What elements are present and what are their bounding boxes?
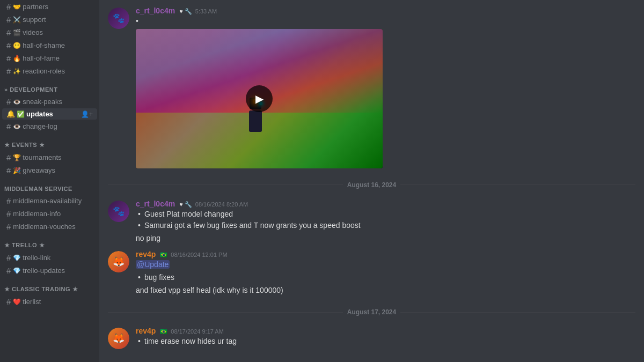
bullet-1a: Guest Plat model changed (136, 209, 635, 220)
message-group-1: 🐾 c_rt_l0c4m ♥ 🔧 08/16/2024 8:20 AM Gues… (99, 197, 644, 246)
user-add-icon: 👤+ (81, 110, 93, 118)
avatar: 🐾 (108, 8, 129, 29)
date-text-aug17: August 17, 2024 (347, 308, 396, 316)
date-text-aug16: August 16, 2024 (347, 181, 396, 189)
channel-reaction-roles[interactable]: # ✨ reaction-roles (2, 65, 97, 77)
channel-middleman-availability[interactable]: # middleman-availability (2, 195, 97, 207)
video-username: c_rt_l0c4m (136, 6, 175, 15)
date-separator-aug17: August 17, 2024 (99, 300, 644, 324)
avatar-img-3: 🦊 (108, 328, 129, 349)
bullet-2a: bug fixes (136, 272, 635, 283)
username-2: rev4p (136, 250, 156, 258)
message-time-1: 08/16/2024 8:20 AM (195, 201, 248, 208)
message-text-2: @Update bug fixes and fixed vpp self hea… (136, 260, 635, 295)
channel-tournaments[interactable]: # 🏆 tournaments (2, 151, 97, 164)
channel-change-log[interactable]: # 👁️ change-log (2, 120, 97, 132)
username-3: rev4p (136, 327, 156, 335)
char-body (249, 110, 262, 132)
hash-icon: # (6, 166, 11, 175)
channel-videos[interactable]: # 🎬 videos (2, 26, 97, 39)
section-middleman: MIDDLEMAN SERVICE (0, 177, 99, 194)
date-separator-aug16: August 16, 2024 (99, 173, 644, 197)
user-badges-1: ♥ 🔧 (179, 201, 192, 208)
username-1: c_rt_l0c4m (136, 200, 175, 208)
channel-updates[interactable]: 🔔 ✅ updates 👤+ (2, 108, 97, 120)
hash-icon: # (6, 122, 11, 131)
date-separator-aug22: August 22, 2024 (99, 353, 644, 362)
no-ping-text: no ping (136, 233, 635, 244)
speaker-icon: 🔔 (6, 110, 15, 118)
play-button[interactable]: ▶ (246, 85, 273, 112)
user-badges-2: 🇧🇷 (160, 252, 167, 258)
user-badges-3: 🇧🇷 (160, 328, 167, 335)
channel-group-middleman: # middleman-availability # middleman-inf… (0, 195, 99, 233)
video-message-content: c_rt_l0c4m ♥ 🔧 5:33 AM • (136, 6, 635, 168)
separator-line (400, 312, 635, 313)
channel-tierlist[interactable]: # ❤️ tierlist (2, 295, 97, 308)
channel-partners[interactable]: # 🤝 partners (2, 1, 97, 13)
channel-middleman-vouches[interactable]: # middleman-vouches (2, 220, 97, 233)
hash-icon: # (6, 297, 11, 306)
messages-area[interactable]: 🐾 c_rt_l0c4m ♥ 🔧 5:33 AM • (99, 0, 644, 362)
channel-support[interactable]: # ⚔️ support (2, 13, 97, 26)
video-user-badges: ♥ 🔧 (179, 8, 192, 15)
message-time-3: 08/17/2024 9:17 AM (171, 328, 223, 335)
section-classic-trading: ★ CLASSIC TRADING ★ (0, 277, 99, 295)
channel-sneak-peaks[interactable]: # 👁️ sneak-peaks (2, 95, 97, 108)
message-text-1: Guest Plat model changed Samurai got a f… (136, 209, 635, 244)
section-events: ★ EVENTS ★ (0, 133, 99, 151)
bullet-3a: time erase now hides ur tag (136, 336, 635, 347)
video-message-text: • (136, 16, 635, 27)
channel-group-trello: # 💎 trello-link # 💎 trello-updates (0, 252, 99, 277)
channel-group-classic-trading: # ❤️ tierlist (0, 295, 99, 308)
separator-line (400, 184, 635, 185)
hash-icon: # (6, 222, 11, 231)
channel-hall-of-shame[interactable]: # 😶 hall-of-shame (2, 39, 97, 51)
hash-icon: # (6, 253, 11, 262)
channel-group-events: # 🏆 tournaments # 🎉 giveaways (0, 151, 99, 176)
mention-update: @Update (136, 260, 170, 269)
message-header-3: rev4p 🇧🇷 08/17/2024 9:17 AM (136, 327, 635, 335)
video-embed[interactable]: ▶ (136, 29, 383, 168)
video-message-header: c_rt_l0c4m ♥ 🔧 5:33 AM (136, 6, 635, 15)
hash-icon: # (6, 54, 11, 63)
section-development: » DEVELOPMENT (0, 78, 99, 95)
channel-trello-updates[interactable]: # 💎 trello-updates (2, 264, 97, 277)
message-content-3: rev4p 🇧🇷 08/17/2024 9:17 AM time erase n… (136, 327, 635, 349)
avatar-2: 🦊 (108, 251, 129, 272)
hash-icon: # (6, 97, 11, 106)
hash-icon: # (6, 2, 11, 11)
section-trello: ★ TRELLO ★ (0, 233, 99, 251)
channel-middleman-info[interactable]: # middleman-info (2, 208, 97, 220)
message-group-3: 🦊 rev4p 🇧🇷 08/17/2024 9:17 AM time erase… (99, 324, 644, 351)
message-content-1: c_rt_l0c4m ♥ 🔧 08/16/2024 8:20 AM Guest … (136, 200, 635, 244)
sidebar: # 🤝 partners # ⚔️ support # 🎬 videos # 😶… (0, 0, 99, 362)
video-message-group: 🐾 c_rt_l0c4m ♥ 🔧 5:33 AM • (99, 4, 644, 171)
main-content: 🐾 c_rt_l0c4m ♥ 🔧 5:33 AM • (99, 0, 644, 362)
avatar-1: 🐾 (108, 201, 129, 222)
channel-group-development: # 👁️ sneak-peaks 🔔 ✅ updates 👤+ # 👁️ cha… (0, 95, 99, 132)
message-header-2: rev4p 🇧🇷 08/16/2024 12:01 PM (136, 250, 635, 258)
message-time-2: 08/16/2024 12:01 PM (171, 252, 227, 258)
hash-icon: # (6, 67, 11, 76)
avatar-img-2: 🦊 (108, 251, 129, 272)
message-content-2: rev4p 🇧🇷 08/16/2024 12:01 PM @Update bug… (136, 250, 635, 295)
channel-trello-link[interactable]: # 💎 trello-link (2, 252, 97, 264)
hash-icon: # (6, 41, 11, 50)
separator-line (108, 312, 343, 313)
hash-icon: # (6, 266, 11, 275)
hash-icon: # (6, 153, 11, 162)
channel-group-pre: # 🤝 partners # ⚔️ support # 🎬 videos # 😶… (0, 1, 99, 77)
channel-giveaways[interactable]: # 🎉 giveaways (2, 164, 97, 176)
message-text-3: time erase now hides ur tag (136, 336, 635, 347)
video-timestamp: 5:33 AM (195, 8, 217, 14)
message-header-1: c_rt_l0c4m ♥ 🔧 08/16/2024 8:20 AM (136, 200, 635, 208)
hash-icon: # (6, 196, 11, 205)
avatar-3: 🦊 (108, 328, 129, 349)
channel-hall-of-fame[interactable]: # 🔥 hall-of-fame (2, 52, 97, 64)
hash-icon: # (6, 209, 11, 218)
bullet-1b: Samurai got a few bug fixes and T now gr… (136, 220, 635, 231)
msg2-extra: and fixed vpp self heal (idk why is it 1… (136, 285, 635, 296)
message-group-2: 🦊 rev4p 🇧🇷 08/16/2024 12:01 PM @Update b… (99, 248, 644, 298)
hash-icon: # (6, 15, 11, 24)
